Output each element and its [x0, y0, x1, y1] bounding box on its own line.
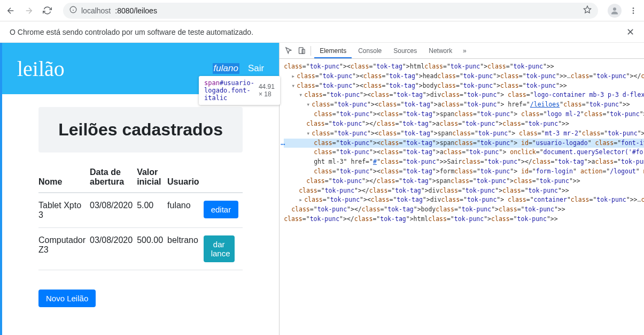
site-info-icon[interactable] — [69, 6, 77, 15]
table-row: Tablet Xpto 3 03/08/2020 5.00 fulano edi… — [38, 193, 243, 228]
page-container: Leilões cadastrados Nome Data de abertur… — [2, 94, 279, 320]
browser-menu-icon[interactable] — [627, 4, 640, 17]
dar-lance-button[interactable]: dar lance — [204, 235, 235, 262]
forward-button[interactable] — [22, 4, 35, 17]
svg-rect-8 — [299, 48, 303, 54]
col-valor: Valor inicial — [137, 162, 167, 193]
reload-button[interactable] — [41, 4, 53, 17]
url-bar[interactable]: localhost:8080/leiloes — [63, 3, 598, 19]
tab-network[interactable]: Network — [423, 43, 457, 58]
close-icon[interactable]: ✕ — [626, 26, 634, 38]
automation-message: O Chrome está sendo controlado por um so… — [10, 28, 253, 36]
devtools-panel: Elements Console Sources Network » ✕1 ⋮ … — [279, 43, 644, 335]
tab-elements[interactable]: Elements — [314, 43, 352, 58]
svg-point-7 — [633, 12, 634, 14]
more-tabs-icon[interactable]: » — [459, 45, 470, 57]
app-header: leilão fulano Sair span#usuario-logado.f… — [2, 43, 279, 94]
page-title: Leilões cadastrados — [38, 107, 243, 153]
elements-tree[interactable]: class="tok-punc"><class="tok-tag">htmlcl… — [280, 59, 644, 335]
device-toolbar-icon[interactable] — [296, 45, 307, 57]
tooltip-dims: 44.91 × 18 — [259, 83, 275, 98]
url-host: localhost — [81, 6, 111, 15]
usuario-logado: fulano — [213, 63, 239, 74]
app-logo[interactable]: leilão — [17, 56, 65, 81]
profile-avatar[interactable] — [608, 4, 622, 18]
svg-point-4 — [613, 7, 616, 11]
url-path: :8080/leiloes — [115, 6, 157, 15]
automation-info-bar: O Chrome está sendo controlado por um so… — [0, 21, 644, 43]
col-data: Data de abertura — [90, 162, 137, 193]
col-usuario: Usuario — [167, 162, 204, 193]
browser-toolbar: localhost:8080/leiloes — [0, 0, 644, 21]
novo-leilao-button[interactable]: Novo Leilão — [38, 290, 96, 307]
inspect-icon[interactable] — [283, 45, 294, 57]
inspect-tooltip: span#usuario-logado.font-italic 44.91 × … — [199, 76, 280, 105]
col-nome: Nome — [38, 162, 90, 193]
tab-console[interactable]: Console — [353, 43, 387, 58]
leiloes-table: Nome Data de abertura Valor inicial Usua… — [38, 162, 243, 270]
svg-point-5 — [633, 7, 634, 9]
back-button[interactable] — [4, 4, 17, 17]
table-row: Computador Z3 03/08/2020 500.00 beltrano… — [38, 228, 243, 270]
svg-marker-3 — [584, 6, 591, 13]
svg-point-6 — [633, 10, 634, 11]
sair-link[interactable]: Sair — [248, 63, 264, 74]
devtools-tabbar: Elements Console Sources Network » ✕1 ⋮ … — [280, 43, 644, 59]
tab-sources[interactable]: Sources — [388, 43, 422, 58]
bookmark-icon[interactable] — [583, 5, 592, 16]
editar-button[interactable]: editar — [204, 201, 239, 218]
page-viewport: leilão fulano Sair span#usuario-logado.f… — [0, 43, 279, 335]
